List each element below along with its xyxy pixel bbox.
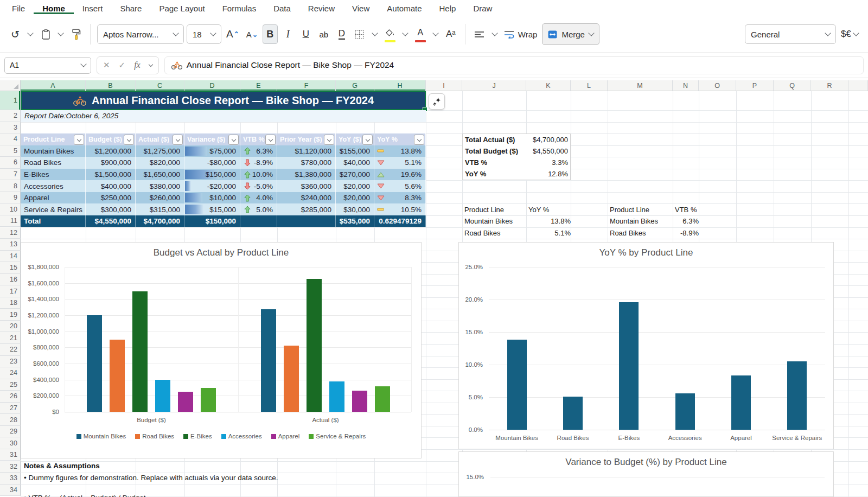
row-header-29[interactable]: 29	[0, 426, 21, 438]
filter-button[interactable]	[74, 135, 84, 145]
cell-B11-total[interactable]: $4,550,000	[86, 215, 136, 227]
column-header-G[interactable]: G	[336, 80, 374, 91]
row-header-5[interactable]: 5	[0, 145, 21, 157]
chart-variance-to-budget[interactable]: Variance to Budget (%) by Product Line 1…	[458, 451, 834, 497]
cell-C6[interactable]: $820,000	[136, 157, 184, 169]
column-header-O[interactable]: O	[699, 80, 736, 91]
cell-A5[interactable]: Mountain Bikes	[21, 145, 86, 157]
row-header-14[interactable]: 14	[0, 251, 21, 263]
align-dropdown[interactable]	[490, 24, 500, 44]
cell-B9[interactable]: $250,000	[86, 192, 136, 204]
cancel-button[interactable]: ✕	[103, 60, 110, 70]
menu-tab-data[interactable]: Data	[265, 3, 299, 14]
cell-D9[interactable]: $10,000	[184, 192, 240, 204]
cell-G8[interactable]: $20,000	[336, 180, 374, 192]
table-column-header-F4[interactable]: Prior Year ($)	[277, 133, 336, 145]
row-header-34[interactable]: 34	[0, 485, 21, 496]
menu-tab-file[interactable]: File	[3, 3, 34, 14]
cell-F10[interactable]: $285,000	[277, 203, 336, 215]
menu-tab-page-layout[interactable]: Page Layout	[150, 3, 213, 14]
format-painter-button[interactable]	[68, 24, 84, 44]
column-header-B[interactable]: B	[86, 80, 136, 91]
menu-tab-formulas[interactable]: Formulas	[214, 3, 265, 14]
column-header-F[interactable]: F	[277, 80, 336, 91]
cell-H11-total[interactable]: 0.629479129	[374, 215, 426, 227]
filter-button[interactable]	[228, 135, 239, 145]
currency-format-button[interactable]: $€	[839, 24, 860, 44]
menu-tab-share[interactable]: Share	[111, 3, 150, 14]
row-header-28[interactable]: 28	[0, 414, 21, 426]
cell-D8[interactable]: -$20,000	[184, 180, 240, 192]
borders-dropdown[interactable]	[370, 24, 380, 44]
undo-button[interactable]: ↺	[8, 24, 23, 44]
table-column-header-A4[interactable]: Product Line	[21, 133, 86, 145]
filter-button[interactable]	[124, 135, 134, 145]
cell-D11-total[interactable]: $150,000	[184, 215, 240, 227]
row-header-16[interactable]: 16	[0, 274, 21, 286]
row-header-30[interactable]: 30	[0, 437, 21, 449]
yoy-mini-table[interactable]: Product LineYoY % Mountain Bikes13.8% Ro…	[462, 203, 571, 239]
cell-D6[interactable]: -$80,000	[184, 157, 240, 169]
font-name-select[interactable]: Aptos Narrow...	[97, 24, 184, 44]
bold-button[interactable]: B	[263, 24, 278, 44]
cell-E5[interactable]: 6.3%	[240, 145, 277, 157]
column-header-partial[interactable]	[848, 80, 868, 91]
decrease-font-size-button[interactable]: A⌃	[244, 24, 260, 44]
summary-row[interactable]: Total Actual ($)$4,700,000	[463, 134, 570, 145]
chart-yoy-percent[interactable]: YoY % by Product Line 25.0%20.0%15.0%10.…	[458, 242, 834, 449]
cell-B7[interactable]: $1,500,000	[86, 169, 136, 181]
column-header-H[interactable]: H	[374, 80, 426, 91]
table-column-header-G4[interactable]: YoY ($)	[336, 133, 374, 145]
column-header-J[interactable]: J	[462, 80, 526, 91]
cell-D10[interactable]: $15,000	[184, 203, 240, 215]
cell-B5[interactable]: $1,200,000	[86, 145, 136, 157]
cell-F7[interactable]: $1,380,000	[277, 169, 336, 181]
filter-button[interactable]	[414, 135, 424, 145]
cell-G11-total[interactable]: $535,000	[336, 215, 374, 227]
row-header-7[interactable]: 7	[0, 169, 21, 181]
column-header-A[interactable]: A	[21, 80, 86, 91]
cell-F5[interactable]: $1,120,000	[277, 145, 336, 157]
filter-button[interactable]	[362, 135, 373, 145]
cell-H10[interactable]: 10.5%	[374, 203, 426, 215]
borders-button[interactable]	[352, 24, 367, 44]
row-header-33[interactable]: 33	[0, 473, 21, 485]
row-header-11[interactable]: 11	[0, 215, 21, 227]
cell-B8[interactable]: $400,000	[86, 180, 136, 192]
cell-D7[interactable]: $150,000	[184, 169, 240, 181]
row-header-24[interactable]: 24	[0, 367, 21, 379]
row-header-12[interactable]: 12	[0, 227, 21, 239]
row-header-9[interactable]: 9	[0, 192, 21, 204]
wrap-text-button[interactable]: Wrap	[502, 24, 540, 44]
mini-table-row[interactable]: Road Bikes5.1%	[462, 227, 571, 239]
kpi-summary-block[interactable]: Total Actual ($)$4,700,000 Total Budget …	[462, 133, 571, 180]
menu-tab-insert[interactable]: Insert	[74, 3, 112, 14]
cell-C8[interactable]: $380,000	[136, 180, 184, 192]
row-header-19[interactable]: 19	[0, 309, 21, 321]
row-header-31[interactable]: 31	[0, 449, 21, 461]
row-header-20[interactable]: 20	[0, 321, 21, 333]
chevron-down-icon[interactable]	[148, 62, 152, 67]
summary-row[interactable]: YoY %12.8%	[463, 168, 570, 180]
number-format-select[interactable]: General	[745, 24, 836, 44]
mini-table-header-row[interactable]: Product LineYoY %	[462, 203, 571, 215]
cell-H6[interactable]: 5.1%	[374, 157, 426, 169]
column-header-E[interactable]: E	[240, 80, 277, 91]
align-button[interactable]	[472, 24, 487, 44]
row-header-3[interactable]: 3	[0, 122, 21, 134]
font-size-select[interactable]: 18	[187, 24, 221, 44]
font-color-button[interactable]: A	[413, 24, 428, 44]
menu-tab-automate[interactable]: Automate	[378, 3, 430, 14]
cell-A6[interactable]: Road Bikes	[21, 157, 86, 169]
table-column-header-H4[interactable]: YoY %	[374, 133, 426, 145]
spreadsheet-grid[interactable]: Annual Financial Close Report — Bike Sho…	[0, 80, 868, 497]
row-header-1[interactable]: 1	[0, 91, 21, 110]
paste-dropdown[interactable]	[56, 24, 66, 44]
double-underline-button[interactable]: D	[334, 24, 349, 44]
row-header-25[interactable]: 25	[0, 379, 21, 391]
row-header-6[interactable]: 6	[0, 157, 21, 169]
summary-row[interactable]: Total Budget ($)$4,550,000	[463, 145, 570, 157]
fill-color-button[interactable]	[382, 24, 398, 44]
cell-E8[interactable]: -5.0%	[240, 180, 277, 192]
filter-button[interactable]	[173, 135, 183, 145]
